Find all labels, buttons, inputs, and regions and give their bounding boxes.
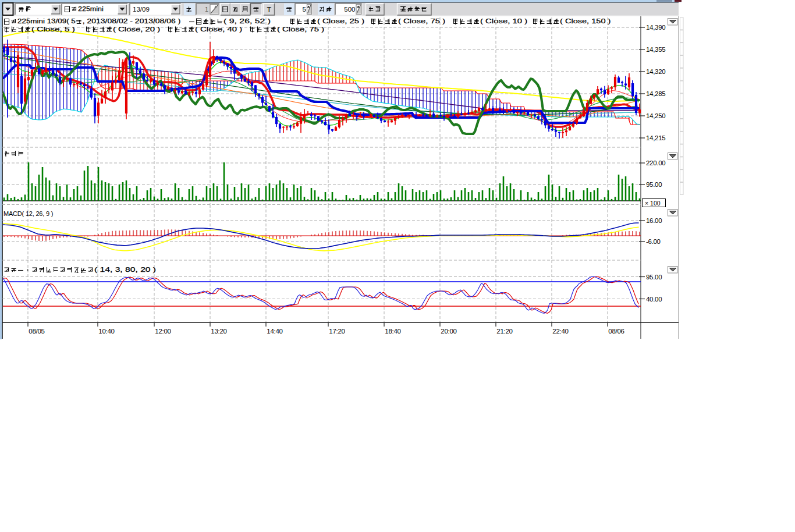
svg-text:( Close, 75 ): ( Close, 75 ) — [277, 26, 324, 33]
svg-text:-6.00: -6.00 — [646, 238, 661, 245]
svg-text:( Close, 20 ): ( Close, 20 ) — [113, 26, 160, 33]
svg-text:14,285: 14,285 — [646, 90, 665, 97]
svg-text:1: 1 — [205, 6, 208, 13]
svg-text:( Close, 40 ): ( Close, 40 ) — [195, 26, 242, 33]
svg-text:500: 500 — [344, 6, 355, 13]
svg-text:14,320: 14,320 — [646, 68, 665, 75]
svg-text:T: T — [267, 6, 271, 14]
svg-text:22:40: 22:40 — [552, 328, 568, 335]
svg-text:( Close, 25 ): ( Close, 25 ) — [317, 17, 364, 24]
svg-text:95.00: 95.00 — [646, 181, 662, 188]
svg-text:( Close, 5 ): ( Close, 5 ) — [31, 26, 75, 33]
svg-text:, 2013/08/02 - 2013/08/06 ): , 2013/08/02 - 2013/08/06 ) — [83, 17, 181, 24]
svg-text:14,390: 14,390 — [646, 24, 665, 31]
svg-text:( Close, 10 ): ( Close, 10 ) — [480, 17, 527, 24]
svg-text:16.00: 16.00 — [646, 217, 662, 224]
svg-text:08/06: 08/06 — [608, 328, 624, 335]
svg-text:14,215: 14,215 — [646, 134, 665, 141]
svg-text:5: 5 — [303, 6, 306, 13]
svg-text:220.00: 220.00 — [646, 159, 665, 166]
svg-text:95.00: 95.00 — [646, 274, 662, 281]
svg-text:14,355: 14,355 — [646, 46, 665, 53]
svg-text:18:40: 18:40 — [385, 328, 400, 335]
svg-text:40.00: 40.00 — [646, 296, 662, 303]
svg-text:14:40: 14:40 — [267, 328, 282, 335]
svg-text:( 14, 3, 80, 20 ): ( 14, 3, 80, 20 ) — [94, 266, 156, 273]
svg-text:( 9, 26, 52 ): ( 9, 26, 52 ) — [223, 17, 271, 24]
svg-text:13/09: 13/09 — [133, 6, 150, 13]
svg-text:× 100: × 100 — [645, 200, 661, 207]
svg-text:20:00: 20:00 — [441, 328, 456, 335]
svg-text:21:20: 21:20 — [496, 328, 512, 335]
svg-text:MACD( 12, 26, 9 ): MACD( 12, 26, 9 ) — [3, 210, 53, 217]
svg-text:( Close, 150 ): ( Close, 150 ) — [560, 17, 611, 24]
svg-text:225mini: 225mini — [78, 5, 104, 12]
svg-text:14,250: 14,250 — [646, 112, 665, 119]
svg-text:17:20: 17:20 — [329, 328, 345, 335]
svg-text:08/05: 08/05 — [29, 328, 44, 335]
svg-text:13:20: 13:20 — [211, 328, 226, 335]
svg-text:12:00: 12:00 — [155, 328, 171, 335]
svg-text:225mini 13/09( 5: 225mini 13/09( 5 — [17, 17, 76, 24]
svg-text:( Close, 75 ): ( Close, 75 ) — [398, 17, 445, 24]
svg-text:10:40: 10:40 — [98, 328, 114, 335]
